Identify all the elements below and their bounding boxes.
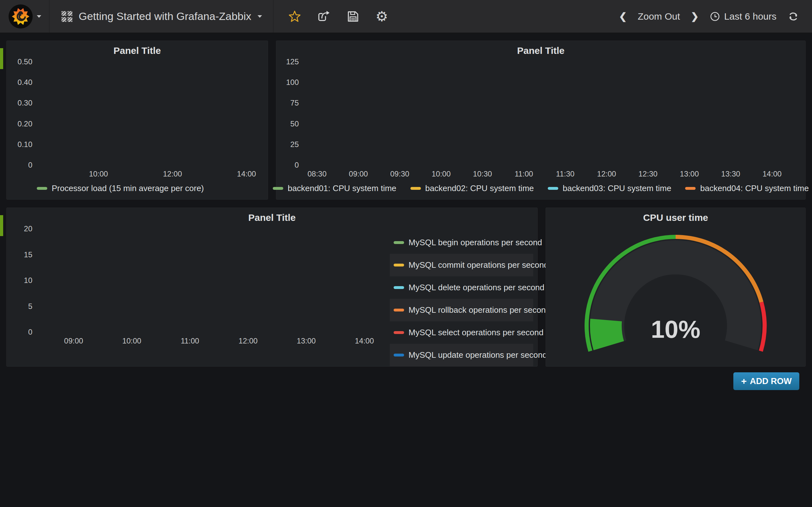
legend-swatch (394, 331, 404, 334)
row-1-handle[interactable] (0, 48, 3, 69)
legend-swatch (548, 187, 558, 190)
legend-item[interactable]: backend04: CPU system time (685, 183, 809, 193)
legend-label: backend02: CPU system time (425, 183, 534, 193)
axis-tick-label: 14:00 (345, 337, 384, 345)
axis-tick-label: 0.50 (9, 57, 32, 66)
axis-tick-label: 125 (276, 57, 299, 66)
legend-swatch (685, 187, 696, 190)
axis-tick-label: 0.30 (9, 99, 32, 107)
gauge-value: 10% (546, 315, 805, 344)
axis-tick-label: 13:00 (670, 170, 708, 178)
legend-item[interactable]: MySQL select operations per second (390, 321, 533, 344)
panel-legend: backend01: CPU system time backend02: CP… (276, 183, 805, 193)
axis-tick-label: 14:00 (227, 170, 265, 178)
panel-cpu-system-time: Panel Title backend01: CPU system time b… (276, 41, 806, 200)
axis-tick-label: 10:00 (113, 337, 151, 345)
axis-tick-label: 5 (9, 302, 32, 311)
legend-item[interactable]: backend03: CPU system time (548, 183, 671, 193)
legend-item[interactable]: MySQL commit operations per second (390, 254, 533, 276)
settings-button[interactable]: ⚙ (375, 9, 388, 24)
logo-dropdown-caret-icon (37, 15, 41, 18)
axis-tick-label: 12:30 (629, 170, 667, 178)
navbar: Getting Started with Grafana-Zabbix (0, 0, 812, 33)
axis-tick-label: 15 (9, 250, 32, 259)
legend-label: MySQL select operations per second (409, 328, 543, 337)
save-button[interactable] (346, 9, 360, 24)
legend-swatch (394, 264, 404, 267)
grafana-logo-menu[interactable] (0, 0, 49, 33)
panel-title[interactable]: Panel Title (7, 212, 537, 223)
time-range-label: Last 6 hours (724, 11, 776, 22)
axis-tick-label: 100 (276, 78, 299, 87)
legend-item[interactable]: backend01: CPU system time (273, 183, 396, 193)
plus-icon: + (741, 376, 747, 387)
dashboard-title-menu[interactable]: Getting Started with Grafana-Zabbix (49, 0, 273, 33)
panel-mysql-operations: Panel Title MySQL begin operations per s… (6, 208, 538, 367)
star-button[interactable] (288, 9, 301, 24)
axis-tick-label: 0 (9, 328, 32, 337)
gear-icon: ⚙ (375, 9, 388, 23)
refresh-button[interactable] (787, 9, 799, 24)
axis-tick-label: 0.10 (9, 140, 32, 149)
legend-item[interactable]: backend02: CPU system time (410, 183, 534, 193)
legend-label: Processor load (15 min average per core) (52, 183, 204, 193)
legend-swatch (394, 241, 404, 244)
axis-tick-label: 10:00 (79, 170, 117, 178)
legend-item[interactable]: MySQL rollback operations per second (390, 299, 533, 321)
axis-tick-label: 0 (9, 161, 32, 170)
time-shift-back-button[interactable]: ❮ (619, 9, 627, 24)
axis-tick-label: 50 (276, 119, 299, 128)
axis-tick-label: 25 (276, 140, 299, 149)
panel-title[interactable]: Panel Title (7, 45, 268, 56)
axis-tick-label: 13:30 (712, 170, 750, 178)
legend-label: MySQL update operations per second (409, 350, 547, 360)
axis-tick-label: 13:00 (287, 337, 325, 345)
dashboard-grid: Panel Title Processor load (15 min avera… (0, 41, 812, 392)
axis-tick-label: 10 (9, 276, 32, 285)
legend-item[interactable]: Processor load (15 min average per core) (37, 183, 204, 193)
legend-item[interactable]: MySQL delete operations per second (390, 276, 533, 299)
legend-swatch (394, 286, 404, 289)
axis-tick-label: 11:30 (546, 170, 584, 178)
panel-legend: Processor load (15 min average per core) (37, 183, 204, 193)
share-icon (317, 10, 331, 23)
grafana-logo-icon (8, 4, 33, 29)
add-row-button[interactable]: + ADD ROW (733, 372, 799, 390)
time-shift-forward-button[interactable]: ❯ (691, 9, 699, 24)
legend-label: backend04: CPU system time (700, 183, 809, 193)
legend-swatch (37, 187, 47, 190)
legend-swatch (273, 187, 283, 190)
legend-label: MySQL rollback operations per second (409, 305, 550, 315)
legend-swatch (410, 187, 421, 190)
axis-tick-label: 75 (276, 99, 299, 107)
axis-tick-label: 09:00 (55, 337, 93, 345)
panel-title[interactable]: CPU user time (546, 212, 805, 223)
row-2-handle[interactable] (0, 215, 3, 236)
save-icon (346, 10, 360, 23)
legend-label: MySQL begin operations per second (409, 238, 542, 247)
legend-label: MySQL commit operations per second (409, 260, 548, 270)
axis-tick-label: 09:00 (339, 170, 377, 178)
axis-tick-label: 11:00 (505, 170, 543, 178)
panel-legend: MySQL begin operations per second MySQL … (390, 231, 533, 366)
axis-tick-label: 08:30 (298, 170, 336, 178)
star-icon (288, 10, 301, 23)
legend-item[interactable]: MySQL begin operations per second (390, 231, 533, 254)
axis-tick-label: 10:30 (463, 170, 502, 178)
axis-tick-label: 12:00 (154, 170, 192, 178)
time-controls: ❮ Zoom Out ❯ Last 6 hours (619, 9, 812, 24)
time-range-picker[interactable]: Last 6 hours (710, 9, 776, 24)
dashboard-actions: ⚙ (273, 9, 388, 24)
panel-title[interactable]: Panel Title (276, 45, 805, 56)
share-button[interactable] (317, 9, 331, 24)
title-dropdown-caret-icon (258, 15, 262, 18)
panel-cpu-user-time-gauge: CPU user time 10% (546, 208, 806, 367)
panel-processor-load: Panel Title Processor load (15 min avera… (6, 41, 268, 200)
axis-tick-label: 12:00 (229, 337, 267, 345)
zoom-out-button[interactable]: Zoom Out (638, 9, 680, 24)
axis-tick-label: 0 (276, 161, 299, 170)
legend-item[interactable]: MySQL update operations per second (390, 344, 533, 366)
axis-tick-label: 0.20 (9, 119, 32, 128)
legend-label: backend01: CPU system time (288, 183, 396, 193)
clock-icon (710, 11, 720, 22)
